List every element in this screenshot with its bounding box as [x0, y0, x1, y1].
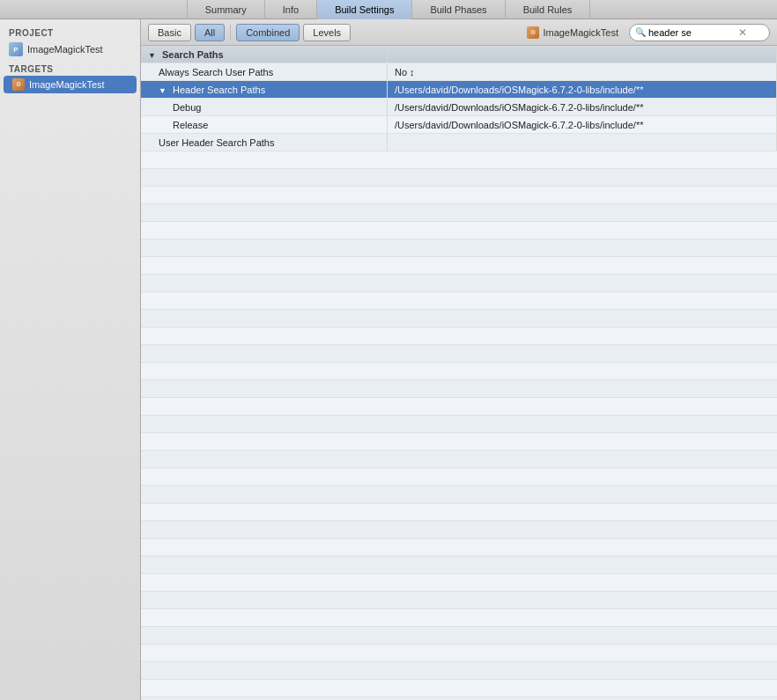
empty-row — [141, 345, 777, 363]
tab-summary[interactable]: Summary — [187, 0, 264, 19]
empty-row — [141, 556, 777, 574]
sidebar-item-project[interactable]: P ImageMagickTest — [0, 40, 140, 59]
empty-row — [141, 504, 777, 521]
toolbar-separator — [230, 25, 231, 41]
empty-row — [141, 627, 777, 645]
main-area: PROJECT P ImageMagickTest TARGETS ⚙ Imag… — [0, 19, 777, 700]
empty-row — [141, 574, 777, 592]
target-icon: ⚙ — [12, 78, 25, 91]
target-display-icon: ⚙ — [527, 26, 539, 39]
empty-row — [141, 539, 777, 556]
table-row[interactable]: Debug /Users/david/Downloads/iOSMagick-6… — [141, 99, 777, 116]
target-display: ⚙ ImageMagickTest — [527, 26, 618, 39]
empty-row — [141, 609, 777, 627]
search-input[interactable] — [648, 27, 736, 38]
empty-row — [141, 380, 777, 398]
search-icon: 🔍 — [635, 27, 646, 37]
empty-row — [141, 416, 777, 433]
empty-row — [141, 275, 777, 292]
tab-build-phases[interactable]: Build Phases — [411, 0, 504, 19]
empty-row — [141, 468, 777, 486]
empty-rows — [141, 151, 777, 700]
table-row[interactable]: ▼ Header Search Paths /Users/david/Downl… — [141, 81, 777, 99]
right-panel: Basic All Combined Levels ⚙ ImageMagickT… — [141, 19, 777, 700]
search-box[interactable]: 🔍 ✕ — [629, 24, 770, 41]
all-button[interactable]: All — [195, 24, 225, 41]
project-section-header: PROJECT — [0, 23, 140, 40]
section-search-paths[interactable]: ▼ Search Paths — [141, 46, 777, 63]
basic-button[interactable]: Basic — [148, 24, 191, 41]
sidebar-item-target[interactable]: ⚙ ImageMagickTest — [4, 76, 137, 93]
table-row[interactable]: Release /Users/david/Downloads/iOSMagick… — [141, 116, 777, 134]
top-tab-bar: Summary Info Build Settings Build Phases… — [0, 0, 777, 19]
disclosure-triangle: ▼ — [159, 82, 166, 98]
tab-build-settings[interactable]: Build Settings — [316, 0, 411, 19]
setting-value: /Users/david/Downloads/iOSMagick-6.7.2-0… — [388, 116, 777, 133]
empty-row — [141, 592, 777, 609]
section-label: ▼ Search Paths — [141, 46, 388, 63]
levels-button[interactable]: Levels — [303, 24, 351, 41]
setting-name: Debug — [141, 99, 388, 115]
target-display-name: ImageMagickTest — [543, 27, 618, 38]
empty-row — [141, 521, 777, 539]
empty-row — [141, 363, 777, 380]
empty-row — [141, 257, 777, 275]
empty-row — [141, 645, 777, 662]
settings-table: ▼ Search Paths Always Search User Paths … — [141, 46, 777, 700]
empty-row — [141, 680, 777, 697]
target-item-label: ImageMagickTest — [29, 79, 105, 90]
table-row[interactable]: Always Search User Paths No ↕ — [141, 63, 777, 81]
setting-name: User Header Search Paths — [141, 134, 388, 151]
toolbar: Basic All Combined Levels ⚙ ImageMagickT… — [141, 19, 777, 46]
setting-name: Always Search User Paths — [141, 63, 388, 80]
setting-value: /Users/david/Downloads/iOSMagick-6.7.2-0… — [388, 99, 777, 115]
project-icon: P — [9, 42, 23, 56]
empty-row — [141, 451, 777, 468]
search-clear-button[interactable]: ✕ — [738, 26, 747, 39]
targets-section-header: TARGETS — [0, 59, 140, 76]
setting-value: No ↕ — [388, 63, 777, 80]
combined-button[interactable]: Combined — [236, 24, 300, 41]
table-row[interactable]: User Header Search Paths — [141, 134, 777, 151]
empty-row — [141, 292, 777, 310]
empty-row — [141, 204, 777, 222]
sidebar: PROJECT P ImageMagickTest TARGETS ⚙ Imag… — [0, 19, 141, 700]
empty-row — [141, 239, 777, 257]
setting-value — [388, 134, 777, 151]
project-item-label: ImageMagickTest — [27, 44, 103, 55]
empty-row — [141, 662, 777, 680]
empty-row — [141, 169, 777, 187]
empty-row — [141, 222, 777, 239]
empty-row — [141, 433, 777, 451]
tab-build-rules[interactable]: Build Rules — [505, 0, 591, 19]
setting-name: ▼ Header Search Paths — [141, 81, 388, 98]
empty-row — [141, 398, 777, 416]
empty-row — [141, 187, 777, 204]
section-value — [388, 46, 777, 63]
setting-name: Release — [141, 116, 388, 133]
empty-row — [141, 328, 777, 345]
setting-value: /Users/david/Downloads/iOSMagick-6.7.2-0… — [388, 81, 777, 98]
empty-row — [141, 486, 777, 504]
tab-info[interactable]: Info — [264, 0, 316, 19]
empty-row — [141, 310, 777, 328]
disclosure-triangle: ▼ — [148, 47, 156, 63]
empty-row — [141, 151, 777, 169]
